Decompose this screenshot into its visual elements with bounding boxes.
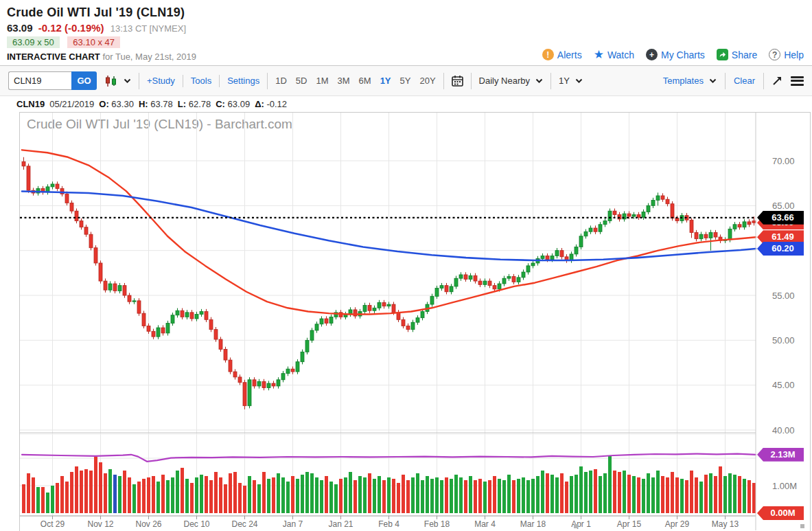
axis-tag-60.20: 60.20 <box>757 242 804 256</box>
last-price: 63.09 <box>7 22 33 34</box>
symbol-search: GO <box>8 71 97 90</box>
range-label: 1Y <box>559 76 570 86</box>
toolbar-separator <box>267 73 268 89</box>
chevron-down-icon <box>575 78 583 83</box>
ohlc-open: 63.30 <box>111 99 134 109</box>
svg-text:Dec 24: Dec 24 <box>231 519 257 529</box>
period-button-6M[interactable]: 6M <box>359 76 371 86</box>
svg-text:Oct 29: Oct 29 <box>40 519 65 529</box>
symbol-input[interactable] <box>8 71 71 90</box>
chart-toolbar: GO +Study Tools Settings 1D5D1M3M6M1Y5Y2… <box>0 66 812 96</box>
ohlc-high: 63.78 <box>150 99 173 109</box>
axis-tag-63.66: 63.66 <box>757 211 804 225</box>
draw-tool-button[interactable] <box>772 76 782 86</box>
toolbar-separator <box>471 73 472 89</box>
help-label: Help <box>784 49 804 60</box>
tools-button[interactable]: Tools <box>191 76 211 86</box>
svg-text:Dec 10: Dec 10 <box>183 519 209 529</box>
svg-text:Apr 15: Apr 15 <box>617 519 642 529</box>
price-row: 63.09 -0.12 (-0.19%) 13:13 CT [NYMEX] <box>7 22 805 34</box>
watch-link[interactable]: ★ Watch <box>594 49 634 60</box>
toolbar-separator <box>725 73 726 89</box>
trendline-arrow-icon <box>772 76 782 86</box>
help-link[interactable]: ? Help <box>769 49 804 60</box>
share-icon <box>717 49 728 60</box>
svg-text:55.00: 55.00 <box>772 291 795 301</box>
svg-text:1.00M: 1.00M <box>772 481 797 491</box>
clear-button[interactable]: Clear <box>734 76 755 86</box>
ohlc-symbol: CLN19 <box>16 99 45 109</box>
star-icon: ★ <box>594 49 604 60</box>
period-button-1D[interactable]: 1D <box>275 76 287 86</box>
chart-date-label: for Tue, May 21st, 2019 <box>102 52 196 62</box>
toolbar-separator <box>763 73 764 89</box>
quote-time: 13:13 CT [NYMEX] <box>111 23 186 34</box>
calendar-button[interactable] <box>452 75 463 87</box>
go-button[interactable]: GO <box>71 71 97 90</box>
ohlc-readout: CLN19 05/21/2019 O: 63.30 H: 63.78 L: 62… <box>0 96 812 112</box>
candlestick-icon <box>104 75 118 87</box>
quote-header: Crude Oil WTI Jul '19 (CLN19) 63.09 -0.1… <box>0 0 812 66</box>
bid-badge: 63.09 x 50 <box>7 36 60 48</box>
axis-tag-0.00M: 0.00M <box>757 506 804 520</box>
interactive-chart-label: INTERACTIVE CHART <box>7 52 100 62</box>
period-buttons: 1D5D1M3M6M1Y5Y20Y <box>275 76 435 86</box>
period-button-5Y[interactable]: 5Y <box>400 76 411 86</box>
page-title: Crude Oil WTI Jul '19 (CLN19) <box>7 5 805 20</box>
toolbar-separator <box>183 75 183 87</box>
svg-text:Feb 4: Feb 4 <box>378 519 399 529</box>
svg-text:70.00: 70.00 <box>772 156 795 166</box>
svg-text:May 13: May 13 <box>712 519 739 529</box>
chart-area[interactable]: Crude Oil WTI Jul '19 (CLN19) - Barchart… <box>19 112 811 531</box>
axis-tag-2.13M: 2.13M <box>757 448 804 462</box>
chevron-down-icon <box>535 78 543 83</box>
toolbar-right-group: Templates Clear <box>663 73 804 89</box>
alerts-label: Alerts <box>557 49 582 60</box>
range-dropdown[interactable]: 1Y <box>559 76 583 86</box>
watch-label: Watch <box>607 49 634 60</box>
calendar-icon <box>452 75 463 87</box>
period-button-5D[interactable]: 5D <box>296 76 308 86</box>
period-button-1M[interactable]: 1M <box>316 76 328 86</box>
svg-text:Mar 18: Mar 18 <box>520 519 546 529</box>
menu-button[interactable] <box>791 74 804 87</box>
svg-text:Apr 29: Apr 29 <box>665 519 690 529</box>
toolbar-separator <box>139 73 139 89</box>
alerts-link[interactable]: ! Alerts <box>542 49 582 60</box>
plus-icon: + <box>646 49 658 60</box>
price-change: -0.12 (-0.19%) <box>38 22 104 34</box>
templates-dropdown[interactable]: Templates <box>663 76 717 86</box>
share-label: Share <box>732 49 757 60</box>
add-study-button[interactable]: +Study <box>147 76 175 86</box>
bid-ask-row: 63.09 x 50 63.10 x 47 <box>7 37 805 47</box>
period-button-1Y[interactable]: 1Y <box>380 76 391 86</box>
svg-text:50.00: 50.00 <box>772 335 795 346</box>
resize-grip[interactable] <box>800 524 804 528</box>
svg-text:65.00: 65.00 <box>772 201 795 211</box>
settings-button[interactable]: Settings <box>227 76 259 86</box>
toolbar-separator <box>219 75 220 87</box>
chart-type-dropdown[interactable] <box>104 75 131 87</box>
svg-text:Jan 21: Jan 21 <box>328 519 353 529</box>
svg-text:Nov 12: Nov 12 <box>87 519 113 529</box>
header-links: ! Alerts ★ Watch + My Charts Share ? Hel… <box>542 49 804 60</box>
frequency-dropdown[interactable]: Daily Nearby <box>479 76 543 86</box>
frequency-label: Daily Nearby <box>479 76 530 86</box>
toolbar-separator <box>550 73 551 89</box>
period-button-20Y[interactable]: 20Y <box>419 76 435 86</box>
svg-text:Feb 18: Feb 18 <box>424 519 450 529</box>
my-charts-link[interactable]: + My Charts <box>646 49 705 60</box>
chevron-down-icon <box>709 78 717 83</box>
svg-text:Jan 7: Jan 7 <box>283 519 303 529</box>
my-charts-label: My Charts <box>661 49 705 60</box>
ask-badge: 63.10 x 47 <box>67 36 120 48</box>
ohlc-change: -0.12 <box>266 99 287 109</box>
period-button-3M[interactable]: 3M <box>338 76 350 86</box>
share-link[interactable]: Share <box>717 49 757 60</box>
chevron-down-icon <box>124 78 131 83</box>
question-icon: ? <box>769 49 780 60</box>
svg-text:40.00: 40.00 <box>772 425 795 436</box>
resize-grip[interactable] <box>574 524 578 528</box>
price-chart-svg: Oct 29Nov 12Nov 26Dec 10Dec 24Jan 7Jan 2… <box>20 113 810 530</box>
toolbar-separator <box>443 73 444 89</box>
